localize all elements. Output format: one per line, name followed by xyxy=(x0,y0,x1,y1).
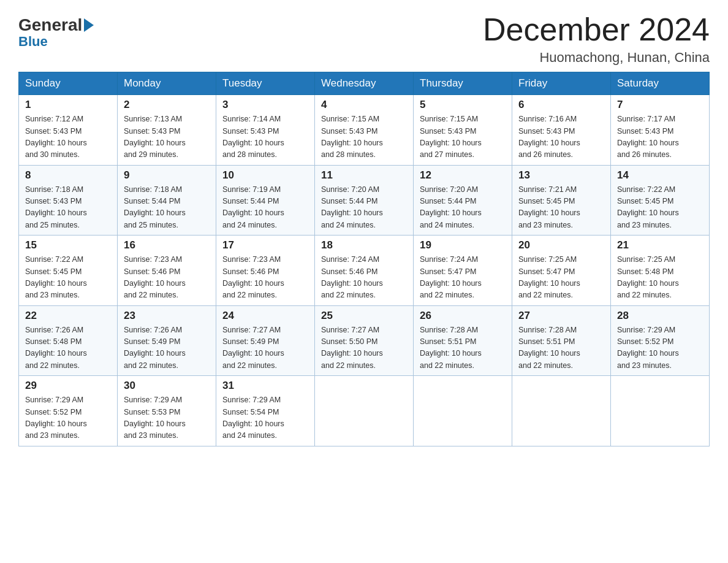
week-row-2: 8Sunrise: 7:18 AMSunset: 5:43 PMDaylight… xyxy=(19,165,710,236)
week-row-4: 22Sunrise: 7:26 AMSunset: 5:48 PMDayligh… xyxy=(19,305,710,376)
day-info: Sunrise: 7:24 AMSunset: 5:46 PMDaylight:… xyxy=(321,254,407,302)
day-number: 23 xyxy=(124,310,210,322)
day-info: Sunrise: 7:23 AMSunset: 5:46 PMDaylight:… xyxy=(124,254,210,302)
day-number: 3 xyxy=(222,99,308,111)
calendar-cell: 14Sunrise: 7:22 AMSunset: 5:45 PMDayligh… xyxy=(611,165,710,236)
day-info: Sunrise: 7:25 AMSunset: 5:47 PMDaylight:… xyxy=(518,254,604,302)
calendar-cell: 11Sunrise: 7:20 AMSunset: 5:44 PMDayligh… xyxy=(315,165,414,236)
calendar-cell: 26Sunrise: 7:28 AMSunset: 5:51 PMDayligh… xyxy=(414,305,512,376)
day-number: 4 xyxy=(321,99,407,111)
day-info: Sunrise: 7:29 AMSunset: 5:53 PMDaylight:… xyxy=(124,394,210,442)
day-number: 5 xyxy=(420,99,506,111)
day-number: 21 xyxy=(617,239,703,251)
day-info: Sunrise: 7:26 AMSunset: 5:49 PMDaylight:… xyxy=(124,324,210,372)
day-info: Sunrise: 7:15 AMSunset: 5:43 PMDaylight:… xyxy=(420,113,506,161)
page-header: General Blue December 2024 Huomachong, H… xyxy=(18,12,710,66)
day-number: 7 xyxy=(617,99,703,111)
calendar-cell: 6Sunrise: 7:16 AMSunset: 5:43 PMDaylight… xyxy=(512,95,611,166)
day-number: 1 xyxy=(25,99,111,111)
calendar-cell: 22Sunrise: 7:26 AMSunset: 5:48 PMDayligh… xyxy=(19,305,118,376)
calendar-cell: 18Sunrise: 7:24 AMSunset: 5:46 PMDayligh… xyxy=(315,236,414,306)
day-number: 12 xyxy=(420,169,506,182)
day-info: Sunrise: 7:27 AMSunset: 5:50 PMDaylight:… xyxy=(321,324,407,372)
day-number: 9 xyxy=(124,169,210,182)
title-block: December 2024 Huomachong, Hunan, China xyxy=(483,12,710,66)
day-number: 10 xyxy=(222,169,308,182)
week-row-5: 29Sunrise: 7:29 AMSunset: 5:52 PMDayligh… xyxy=(19,376,710,446)
calendar-cell: 12Sunrise: 7:20 AMSunset: 5:44 PMDayligh… xyxy=(414,165,512,236)
calendar-cell: 7Sunrise: 7:17 AMSunset: 5:43 PMDaylight… xyxy=(611,95,710,166)
calendar-cell xyxy=(414,376,512,446)
calendar-cell: 4Sunrise: 7:15 AMSunset: 5:43 PMDaylight… xyxy=(315,95,414,166)
day-info: Sunrise: 7:20 AMSunset: 5:44 PMDaylight:… xyxy=(420,184,506,232)
day-info: Sunrise: 7:29 AMSunset: 5:52 PMDaylight:… xyxy=(25,394,111,442)
calendar-cell: 13Sunrise: 7:21 AMSunset: 5:45 PMDayligh… xyxy=(512,165,611,236)
calendar-cell xyxy=(512,376,611,446)
day-number: 22 xyxy=(25,310,111,322)
day-info: Sunrise: 7:18 AMSunset: 5:44 PMDaylight:… xyxy=(124,184,210,232)
day-number: 26 xyxy=(420,310,506,322)
week-row-1: 1Sunrise: 7:12 AMSunset: 5:43 PMDaylight… xyxy=(19,95,710,166)
day-number: 24 xyxy=(222,310,308,322)
calendar-cell xyxy=(315,376,414,446)
day-info: Sunrise: 7:29 AMSunset: 5:54 PMDaylight:… xyxy=(222,394,308,442)
calendar-cell: 29Sunrise: 7:29 AMSunset: 5:52 PMDayligh… xyxy=(19,376,118,446)
day-number: 2 xyxy=(124,99,210,111)
calendar-cell: 19Sunrise: 7:24 AMSunset: 5:47 PMDayligh… xyxy=(414,236,512,306)
logo-blue-text: Blue xyxy=(18,34,94,50)
calendar-cell: 10Sunrise: 7:19 AMSunset: 5:44 PMDayligh… xyxy=(216,165,315,236)
location-title: Huomachong, Hunan, China xyxy=(483,50,710,66)
calendar-cell: 5Sunrise: 7:15 AMSunset: 5:43 PMDaylight… xyxy=(414,95,512,166)
calendar-cell: 27Sunrise: 7:28 AMSunset: 5:51 PMDayligh… xyxy=(512,305,611,376)
day-info: Sunrise: 7:26 AMSunset: 5:48 PMDaylight:… xyxy=(25,324,111,372)
calendar-cell: 17Sunrise: 7:23 AMSunset: 5:46 PMDayligh… xyxy=(216,236,315,306)
day-info: Sunrise: 7:21 AMSunset: 5:45 PMDaylight:… xyxy=(518,184,604,232)
logo-general-text: General xyxy=(18,15,82,35)
day-info: Sunrise: 7:28 AMSunset: 5:51 PMDaylight:… xyxy=(420,324,506,372)
weekday-header-thursday: Thursday xyxy=(414,72,512,95)
weekday-header-friday: Friday xyxy=(512,72,611,95)
day-info: Sunrise: 7:16 AMSunset: 5:43 PMDaylight:… xyxy=(518,113,604,161)
calendar-cell: 21Sunrise: 7:25 AMSunset: 5:48 PMDayligh… xyxy=(611,236,710,306)
calendar-cell: 31Sunrise: 7:29 AMSunset: 5:54 PMDayligh… xyxy=(216,376,315,446)
day-number: 6 xyxy=(518,99,604,111)
day-number: 11 xyxy=(321,169,407,182)
day-number: 27 xyxy=(518,310,604,322)
day-info: Sunrise: 7:13 AMSunset: 5:43 PMDaylight:… xyxy=(124,113,210,161)
day-info: Sunrise: 7:15 AMSunset: 5:43 PMDaylight:… xyxy=(321,113,407,161)
day-number: 19 xyxy=(420,239,506,251)
day-info: Sunrise: 7:17 AMSunset: 5:43 PMDaylight:… xyxy=(617,113,703,161)
calendar-cell: 23Sunrise: 7:26 AMSunset: 5:49 PMDayligh… xyxy=(118,305,216,376)
calendar-cell: 15Sunrise: 7:22 AMSunset: 5:45 PMDayligh… xyxy=(19,236,118,306)
day-info: Sunrise: 7:29 AMSunset: 5:52 PMDaylight:… xyxy=(617,324,703,372)
calendar-cell: 8Sunrise: 7:18 AMSunset: 5:43 PMDaylight… xyxy=(19,165,118,236)
day-info: Sunrise: 7:20 AMSunset: 5:44 PMDaylight:… xyxy=(321,184,407,232)
day-info: Sunrise: 7:25 AMSunset: 5:48 PMDaylight:… xyxy=(617,254,703,302)
calendar-cell: 3Sunrise: 7:14 AMSunset: 5:43 PMDaylight… xyxy=(216,95,315,166)
weekday-header-monday: Monday xyxy=(118,72,216,95)
day-number: 13 xyxy=(518,169,604,182)
day-info: Sunrise: 7:12 AMSunset: 5:43 PMDaylight:… xyxy=(25,113,111,161)
weekday-header-tuesday: Tuesday xyxy=(216,72,315,95)
day-info: Sunrise: 7:22 AMSunset: 5:45 PMDaylight:… xyxy=(617,184,703,232)
day-number: 8 xyxy=(25,169,111,182)
day-number: 28 xyxy=(617,310,703,322)
calendar-cell: 16Sunrise: 7:23 AMSunset: 5:46 PMDayligh… xyxy=(118,236,216,306)
day-info: Sunrise: 7:18 AMSunset: 5:43 PMDaylight:… xyxy=(25,184,111,232)
day-number: 25 xyxy=(321,310,407,322)
calendar-cell: 24Sunrise: 7:27 AMSunset: 5:49 PMDayligh… xyxy=(216,305,315,376)
week-row-3: 15Sunrise: 7:22 AMSunset: 5:45 PMDayligh… xyxy=(19,236,710,306)
calendar-cell: 9Sunrise: 7:18 AMSunset: 5:44 PMDaylight… xyxy=(118,165,216,236)
logo-triangle-icon xyxy=(84,18,94,32)
day-number: 31 xyxy=(222,380,308,392)
calendar-cell: 25Sunrise: 7:27 AMSunset: 5:50 PMDayligh… xyxy=(315,305,414,376)
month-title: December 2024 xyxy=(483,12,710,47)
day-number: 18 xyxy=(321,239,407,251)
calendar-cell xyxy=(611,376,710,446)
day-number: 29 xyxy=(25,380,111,392)
day-number: 20 xyxy=(518,239,604,251)
calendar-cell: 2Sunrise: 7:13 AMSunset: 5:43 PMDaylight… xyxy=(118,95,216,166)
weekday-header-sunday: Sunday xyxy=(19,72,118,95)
day-info: Sunrise: 7:23 AMSunset: 5:46 PMDaylight:… xyxy=(222,254,308,302)
day-info: Sunrise: 7:14 AMSunset: 5:43 PMDaylight:… xyxy=(222,113,308,161)
